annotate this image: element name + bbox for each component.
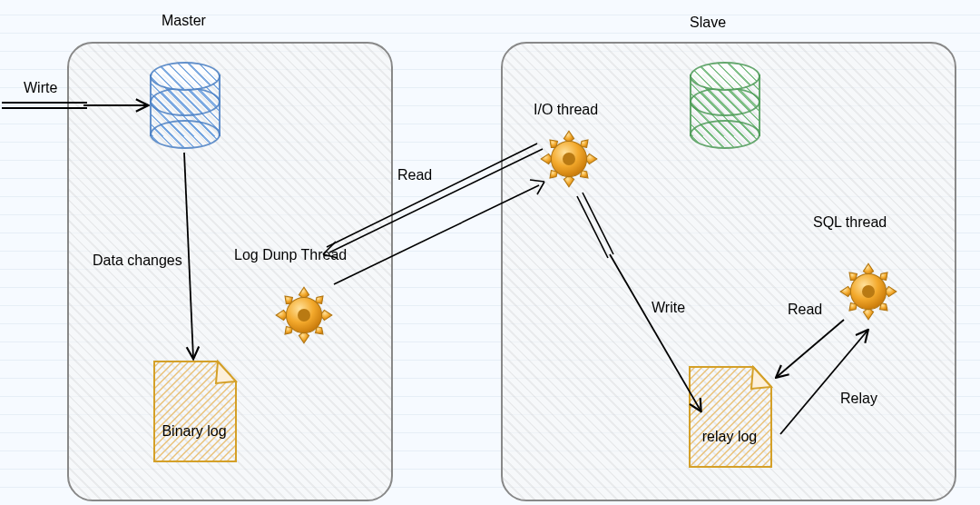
read-relay-label: Read (788, 302, 822, 318)
write-in-label: Wirte (24, 80, 57, 96)
slave-heading: Slave (690, 15, 726, 31)
relay-log-label: relay log (681, 429, 779, 445)
relay-log-file-icon: relay log (681, 360, 779, 474)
master-database-icon (150, 62, 220, 149)
write-relay-label: Write (652, 300, 685, 316)
sql-thread-label: SQL thread (813, 214, 887, 231)
io-thread-label: I/O thread (534, 102, 598, 118)
binary-log-file-icon: Binary log (145, 354, 243, 469)
io-thread-gear-icon (537, 127, 601, 191)
data-changes-label: Data changes (93, 252, 182, 269)
log-dump-thread-label: Log Dunp Thread (234, 247, 347, 263)
binary-log-label: Binary log (145, 423, 243, 440)
slave-database-icon (690, 62, 760, 149)
log-dump-thread-gear-icon (272, 283, 336, 347)
master-heading: Master (162, 13, 206, 29)
read-from-master-label: Read (397, 167, 432, 183)
sql-thread-gear-icon (837, 260, 900, 323)
relay-event-label: Relay (840, 391, 877, 407)
